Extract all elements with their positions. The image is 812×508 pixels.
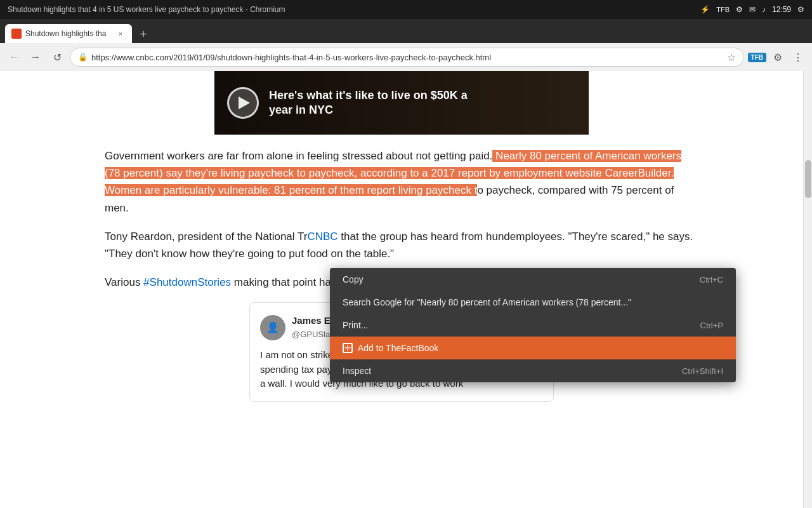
tab-title: Shutdown highlights tha bbox=[25, 29, 112, 38]
search-google-label: Search Google for "Nearly 80 percent of … bbox=[343, 297, 631, 307]
add-factbook-icon: ✛ bbox=[343, 343, 353, 353]
hashtag-link[interactable]: #ShutdownStories bbox=[143, 276, 231, 288]
system-tray: ⚡ TFB ⚙ ✉ ♪ 12:59 ⚙ bbox=[700, 5, 804, 14]
context-menu-inspect[interactable]: Inspect Ctrl+Shift+I bbox=[330, 359, 736, 382]
nav-right-icons: TFB ⚙ ⋮ bbox=[748, 48, 807, 66]
page-content: Here's what it's like to live on $50K a … bbox=[0, 71, 812, 508]
security-icon: 🔒 bbox=[78, 53, 88, 62]
copy-shortcut: Ctrl+C bbox=[700, 275, 723, 284]
bookmark-star-icon[interactable]: ☆ bbox=[727, 51, 736, 64]
play-icon bbox=[239, 97, 250, 109]
paragraph1-before: Government workers are far from alone in… bbox=[105, 150, 492, 162]
video-title-line1: Here's what it's like to live on $50K a bbox=[269, 88, 468, 103]
volume-icon: ♪ bbox=[762, 5, 766, 14]
bluetooth-icon: ⚙ bbox=[736, 5, 743, 14]
language-indicator: TFB bbox=[716, 6, 730, 13]
navigation-bar: ← → ↺ 🔒 https://www.cnbc.com/2019/01/09/… bbox=[0, 43, 812, 71]
reload-button[interactable]: ↺ bbox=[48, 48, 66, 66]
copy-label: Copy bbox=[343, 274, 363, 284]
paragraph2-start: Tony Reardon, president of the National … bbox=[105, 231, 307, 243]
paragraph2-end: that the group has heard from hund bbox=[338, 231, 510, 243]
context-menu: Copy Ctrl+C Search Google for "Nearly 80… bbox=[330, 268, 736, 382]
mail-icon: ✉ bbox=[749, 5, 756, 14]
scrollbar-thumb[interactable] bbox=[805, 160, 811, 198]
address-bar[interactable]: 🔒 https://www.cnbc.com/2019/01/09/shutdo… bbox=[70, 48, 744, 67]
article-paragraph-2: Tony Reardon, president of the National … bbox=[105, 228, 698, 262]
system-bar: Shutdown highlights that 4 in 5 US worke… bbox=[0, 0, 812, 19]
context-menu-search-google[interactable]: Search Google for "Nearly 80 percent of … bbox=[330, 291, 736, 314]
wifi-icon: ⚡ bbox=[700, 5, 710, 14]
power-icon: ⚙ bbox=[797, 5, 804, 14]
print-label: Print... bbox=[343, 320, 368, 330]
video-title-line2: year in NYC bbox=[269, 103, 468, 117]
window-title: Shutdown highlights that 4 in 5 US worke… bbox=[8, 5, 285, 14]
inspect-label: Inspect bbox=[343, 366, 371, 376]
extensions-icon[interactable]: ⚙ bbox=[769, 48, 787, 66]
back-button[interactable]: ← bbox=[5, 48, 23, 66]
print-shortcut: Ctrl+P bbox=[700, 321, 723, 330]
scrollbar[interactable] bbox=[803, 71, 812, 508]
forward-button[interactable]: → bbox=[27, 48, 44, 66]
new-tab-button[interactable]: + bbox=[134, 25, 152, 43]
tweet-avatar: 👤 bbox=[260, 315, 285, 340]
clock: 12:59 bbox=[772, 5, 791, 14]
url-path: /2019/01/09/shutdown-highlights-that-4-i… bbox=[171, 53, 491, 62]
cnbc-link[interactable]: CNBC bbox=[307, 231, 337, 243]
context-menu-copy[interactable]: Copy Ctrl+C bbox=[330, 268, 736, 291]
browser-menu-button[interactable]: ⋮ bbox=[789, 48, 807, 66]
article-paragraph-1: Government workers are far from alone in… bbox=[105, 147, 698, 217]
context-menu-add-factbook[interactable]: ✛ Add to TheFactBook bbox=[330, 337, 736, 359]
tab-favicon bbox=[11, 29, 22, 39]
url-base: https://www.cnbc.com bbox=[91, 53, 171, 62]
context-menu-print[interactable]: Print... Ctrl+P bbox=[330, 314, 736, 337]
play-button[interactable] bbox=[227, 87, 259, 119]
add-factbook-label: ✛ Add to TheFactBook bbox=[343, 343, 438, 353]
page-main: Here's what it's like to live on $50K a … bbox=[0, 71, 803, 508]
active-tab[interactable]: Shutdown highlights tha × bbox=[5, 24, 132, 43]
video-thumbnail[interactable]: Here's what it's like to live on $50K a … bbox=[214, 71, 589, 135]
tfb-extension-button[interactable]: TFB bbox=[748, 53, 766, 62]
url-display: https://www.cnbc.com/2019/01/09/shutdown… bbox=[91, 53, 723, 62]
tab-close-button[interactable]: × bbox=[115, 29, 126, 39]
inspect-shortcut: Ctrl+Shift+I bbox=[682, 366, 723, 376]
tab-bar: Shutdown highlights tha × + bbox=[0, 19, 812, 43]
video-caption: Here's what it's like to live on $50K a … bbox=[269, 88, 468, 118]
